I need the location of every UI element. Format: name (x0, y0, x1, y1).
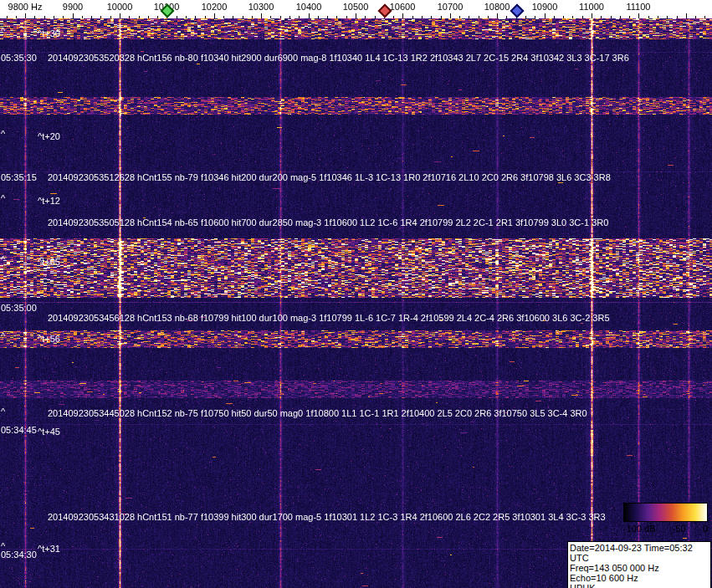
freq-tick (91, 16, 92, 18)
db-color-scale: -100 dB -50 0 (623, 503, 708, 534)
freq-tick (469, 16, 469, 18)
freq-tick (195, 16, 196, 18)
freq-tick (356, 13, 356, 18)
freq-tick (346, 16, 347, 18)
freq-tick (289, 16, 290, 18)
freq-tick-label: 10900 (532, 2, 558, 12)
freq-tick (431, 16, 432, 18)
freq-tick (667, 16, 668, 18)
freq-tick (327, 16, 328, 18)
freq-tick (677, 16, 678, 18)
freq-tick (34, 16, 35, 18)
freq-tick (422, 16, 423, 18)
freq-tick (63, 16, 64, 18)
freq-tick (563, 16, 564, 18)
freq-tick (479, 16, 479, 18)
info-echo: Echo=10 600 Hz (570, 573, 709, 583)
freq-tick (205, 16, 206, 18)
freq-tick (629, 16, 630, 18)
freq-tick (82, 16, 83, 18)
freq-tick (223, 16, 224, 18)
freq-tick (638, 13, 639, 18)
frequency-axis: 9800 Hz990010000101001020010300104001050… (0, 0, 712, 18)
freq-tick (243, 16, 243, 18)
freq-tick (54, 16, 54, 18)
freq-tick (412, 16, 413, 18)
freq-tick-label: 10800 (484, 2, 510, 12)
freq-tick (252, 16, 253, 18)
freq-tick-label: 10400 (296, 2, 322, 12)
info-frequency: Freq=143 050 000 Hz (570, 563, 709, 573)
info-station-code: HPHK (570, 583, 709, 588)
freq-tick (100, 16, 101, 18)
freq-tick (572, 16, 573, 18)
db-min-label: -100 dB (623, 524, 656, 534)
freq-tick (554, 16, 555, 18)
waterfall-area (0, 18, 712, 588)
freq-tick (365, 16, 366, 18)
waterfall-canvas[interactable] (0, 18, 712, 588)
freq-tick (44, 16, 45, 18)
freq-tick (525, 16, 526, 18)
freq-tick (459, 16, 460, 18)
freq-tick (120, 13, 120, 18)
db-gradient-bar (623, 503, 708, 522)
freq-tick (441, 16, 442, 18)
freq-tick (177, 16, 177, 18)
freq-tick-label: 10300 (248, 2, 274, 12)
info-date-time: Date=2014-09-23 Time=05:32 UTC (570, 543, 709, 563)
freq-tick-label: 10600 (390, 2, 416, 12)
db-mid-label: -50 (673, 524, 686, 534)
freq-tick (214, 13, 215, 18)
freq-tick (139, 16, 140, 18)
freq-tick (686, 13, 687, 18)
freq-tick-label: 10000 (107, 2, 133, 12)
freq-tick (658, 16, 658, 18)
freq-tick (545, 13, 546, 18)
freq-tick (73, 13, 74, 18)
freq-tick (535, 16, 535, 18)
freq-tick (611, 16, 612, 18)
freq-tick (129, 16, 130, 18)
freq-tick-label: 10700 (438, 2, 464, 12)
db-max-label: 0 (703, 524, 708, 534)
freq-tick (695, 16, 696, 18)
freq-tick (318, 16, 319, 18)
freq-tick (497, 13, 498, 18)
freq-tick (592, 13, 592, 18)
freq-tick (148, 16, 149, 18)
freq-tick (233, 16, 233, 18)
freq-tick (402, 13, 403, 18)
freq-tick-label: 10500 (343, 2, 369, 12)
freq-tick (157, 16, 158, 18)
freq-tick (25, 13, 26, 18)
freq-tick (375, 16, 376, 18)
freq-tick (186, 16, 187, 18)
freq-tick (648, 16, 649, 18)
status-info-box: Date=2014-09-23 Time=05:32 UTC Freq=143 … (567, 541, 711, 588)
freq-tick (299, 16, 300, 18)
freq-tick (280, 16, 281, 18)
freq-tick-label: 11000 (579, 2, 604, 12)
freq-tick-label: 11100 (627, 2, 651, 12)
freq-tick (7, 16, 8, 18)
freq-tick (582, 16, 583, 18)
freq-tick (620, 16, 621, 18)
freq-tick-label: 9900 (63, 2, 83, 12)
freq-tick (601, 16, 602, 18)
freq-tick (16, 16, 17, 18)
freq-tick (450, 13, 451, 18)
freq-tick-label: 10200 (202, 2, 228, 12)
freq-tick (488, 16, 489, 18)
spectrogram-window: 9800 Hz990010000101001020010300104001050… (0, 0, 712, 588)
freq-tick-label: 9800 Hz (8, 2, 43, 12)
freq-tick (309, 13, 310, 18)
blue-diamond-marker[interactable] (510, 4, 525, 18)
freq-tick (704, 16, 705, 18)
freq-tick (393, 16, 394, 18)
freq-tick (261, 13, 262, 18)
freq-tick (336, 16, 337, 18)
freq-tick (506, 16, 507, 18)
freq-tick (110, 16, 111, 18)
freq-tick (270, 16, 271, 18)
